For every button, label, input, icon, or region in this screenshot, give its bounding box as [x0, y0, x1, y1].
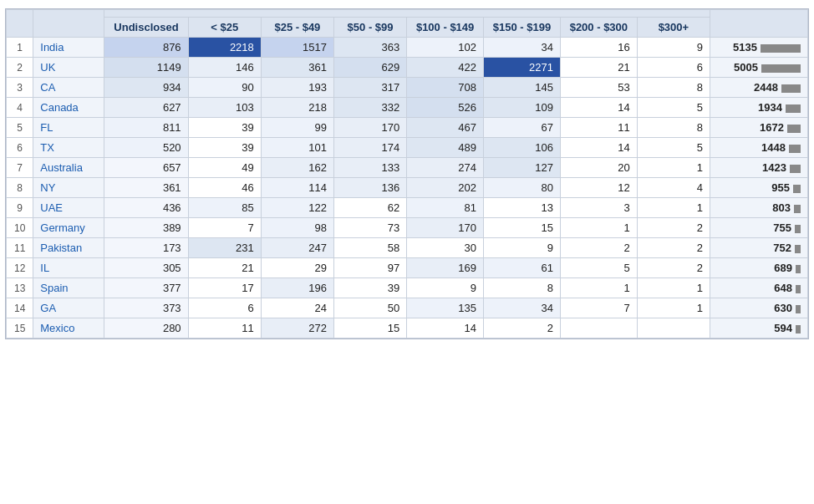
row-number: 4 — [7, 98, 33, 118]
data-cell: 90 — [188, 78, 261, 98]
data-cell: 1517 — [261, 38, 333, 58]
data-cell: 21 — [188, 258, 261, 278]
data-cell: 9 — [637, 38, 710, 58]
row-number: 13 — [7, 278, 33, 298]
table-row: 7Australia657491621332741272011423 — [7, 158, 808, 178]
data-cell: 15 — [484, 218, 561, 238]
row-label: Pakistan — [33, 238, 104, 258]
data-cell: 11 — [188, 318, 261, 339]
row-number: 11 — [7, 238, 33, 258]
mini-bar — [789, 145, 801, 153]
row-label: Spain — [33, 278, 104, 298]
data-cell: 2 — [637, 238, 710, 258]
header-row-cols: Undisclosed< $25$25 - $49$50 - $99$100 -… — [7, 18, 808, 38]
data-cell: 196 — [261, 278, 333, 298]
data-cell: 135 — [407, 298, 484, 318]
data-cell: 39 — [188, 138, 261, 158]
data-cell: 708 — [407, 78, 484, 98]
data-cell: 8 — [484, 278, 561, 298]
table-row: 12IL3052129971696152689 — [7, 258, 808, 278]
data-cell: 58 — [333, 238, 406, 258]
grand-total-cell: 803 — [710, 198, 807, 218]
row-label: IL — [33, 258, 104, 278]
grand-total-cell: 755 — [710, 218, 807, 238]
table-row: 8NY3614611413620280124955 — [7, 178, 808, 198]
row-label: CA — [33, 78, 104, 98]
data-cell: 9 — [407, 278, 484, 298]
data-cell: 317 — [333, 78, 406, 98]
row-number: 2 — [7, 58, 33, 78]
data-cell: 73 — [333, 218, 406, 238]
data-cell: 146 — [188, 58, 261, 78]
data-cell: 2218 — [188, 38, 261, 58]
data-cell: 389 — [104, 218, 188, 238]
row-label: TX — [33, 138, 104, 158]
data-cell: 7 — [188, 218, 261, 238]
data-cell: 2 — [637, 258, 710, 278]
data-cell: 9 — [484, 238, 561, 258]
grand-total-cell: 648 — [710, 278, 807, 298]
pivot-table: Undisclosed< $25$25 - $49$50 - $99$100 -… — [6, 9, 808, 339]
data-cell: 526 — [407, 98, 484, 118]
data-cell: 29 — [261, 258, 333, 278]
grand-total-cell: 5005 — [710, 58, 807, 78]
row-number: 15 — [7, 318, 33, 339]
data-cell: 363 — [333, 38, 406, 58]
data-cell: 8 — [637, 78, 710, 98]
data-cell: 274 — [407, 158, 484, 178]
data-cell: 101 — [261, 138, 333, 158]
row-number: 1 — [7, 38, 33, 58]
row-number: 7 — [7, 158, 33, 178]
total-value: 689 — [774, 262, 792, 274]
grand-total-cell: 1423 — [710, 158, 807, 178]
row-label: Canada — [33, 98, 104, 118]
grand-total-cell: 955 — [710, 178, 807, 198]
row-label: GA — [33, 298, 104, 318]
data-cell: 170 — [333, 118, 406, 138]
col-header-0: Undisclosed — [104, 18, 188, 38]
data-cell: 934 — [104, 78, 188, 98]
data-cell: 50 — [333, 298, 406, 318]
data-cell: 109 — [484, 98, 561, 118]
data-cell: 53 — [560, 78, 637, 98]
mini-bar — [786, 104, 801, 113]
row-number: 6 — [7, 138, 33, 158]
data-cell: 1 — [560, 278, 637, 298]
mini-bar — [761, 44, 801, 53]
row-label: Australia — [33, 158, 104, 178]
data-cell: 2 — [560, 238, 637, 258]
data-cell: 122 — [261, 198, 333, 218]
data-cell: 1 — [637, 298, 710, 318]
data-cell — [637, 318, 710, 339]
total-value: 1934 — [758, 101, 782, 114]
table-row: 10Germany389798731701512755 — [7, 218, 808, 238]
table-row: 14GA373624501353471630 — [7, 298, 808, 318]
data-cell: 6 — [188, 298, 261, 318]
data-cell: 657 — [104, 158, 188, 178]
data-cell: 85 — [188, 198, 261, 218]
mini-bar — [796, 325, 801, 333]
data-cell: 6 — [637, 58, 710, 78]
data-cell: 361 — [261, 58, 333, 78]
total-value: 1423 — [762, 161, 786, 174]
col-row-labels-header — [33, 10, 104, 38]
mini-bar — [787, 125, 801, 133]
data-cell: 16 — [560, 38, 637, 58]
total-value: 5005 — [734, 61, 758, 74]
data-cell: 174 — [333, 138, 406, 158]
data-cell: 2271 — [484, 58, 561, 78]
data-cell: 127 — [484, 158, 561, 178]
data-cell: 106 — [484, 138, 561, 158]
mini-bar — [795, 245, 801, 253]
mini-bar — [796, 285, 801, 293]
table-body: 1India876221815173631023416951352UK11491… — [7, 38, 808, 339]
grand-total-cell: 630 — [710, 298, 807, 318]
row-number: 10 — [7, 218, 33, 238]
row-number: 8 — [7, 178, 33, 198]
data-cell: 1149 — [104, 58, 188, 78]
row-number: 5 — [7, 118, 33, 138]
data-cell: 21 — [560, 58, 637, 78]
data-cell: 46 — [188, 178, 261, 198]
table-row: 3CA934901933177081455382448 — [7, 78, 808, 98]
mini-bar — [790, 165, 801, 173]
